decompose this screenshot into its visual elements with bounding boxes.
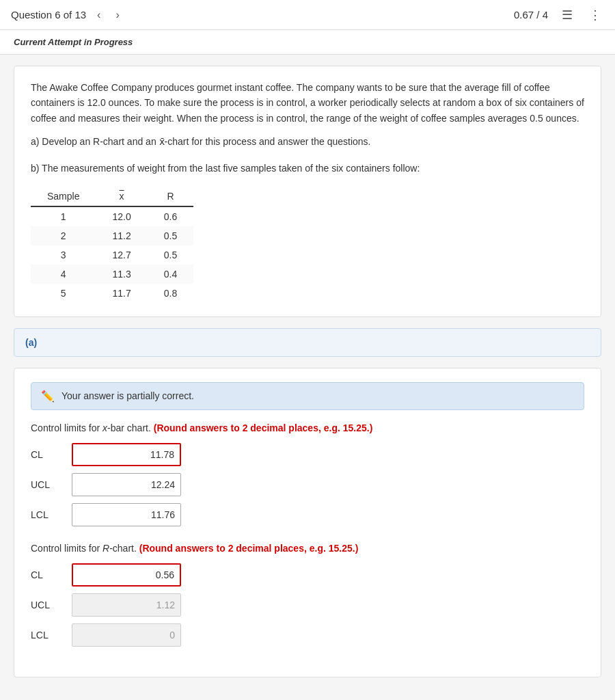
r-control-section: Control limits for R-chart. (Round answe… [31,543,584,647]
cell-sample: 1 [31,206,96,226]
cell-r: 0.4 [148,265,193,284]
input-row: LCL [31,623,584,647]
attempt-banner: Current Attempt in Progress [0,30,615,55]
partial-correct-message: Your answer is partially correct. [62,390,194,401]
input-row: LCL [31,503,584,526]
header-right: 0.67 / 4 ☰ ⋮ [514,5,604,25]
next-button[interactable]: › [111,6,123,24]
xbar-round-note: (Round answers to 2 decimal places, e.g.… [154,422,373,433]
r-ucl-input [72,593,181,617]
cell-r: 0.5 [148,245,193,265]
cell-xbar: 11.3 [96,265,147,284]
input-row: CL [31,443,584,466]
table-row: 2 11.2 0.5 [31,226,193,245]
partial-correct-banner: ✏️ Your answer is partially correct. [31,382,584,410]
r-lcl-input [72,623,181,647]
table-row: 4 11.3 0.4 [31,265,193,284]
cell-sample: 5 [31,284,96,303]
r-inputs: CLUCLLCL [31,563,584,647]
answer-section: ✏️ Your answer is partially correct. Con… [14,368,601,677]
xbar-cl-label: CL [31,449,65,460]
cell-r: 0.6 [148,206,193,226]
main-content: The Awake Coffee Company produces gourme… [0,55,615,699]
input-row: UCL [31,473,584,496]
pencil-icon: ✏️ [41,390,55,403]
part-a-label: (a) [25,337,37,348]
prev-button[interactable]: ‹ [93,6,105,24]
r-lcl-label: LCL [31,630,65,641]
header: Question 6 of 13 ‹ › 0.67 / 4 ☰ ⋮ [0,0,615,30]
xbar-lcl-input[interactable] [72,503,181,526]
input-row: UCL [31,593,584,617]
xbar-label-end: -bar chart. [107,422,154,433]
question-title: Question 6 of 13 [11,9,86,21]
cell-xbar: 12.7 [96,245,147,265]
data-table: Sample x R 1 12.0 0.6 2 11.2 0.5 3 12.7 … [31,187,193,303]
r-round-note: (Round answers to 2 decimal places, e.g.… [139,543,359,554]
xbar-ucl-label: UCL [31,479,65,490]
more-options-button[interactable]: ⋮ [586,5,604,25]
xbar-lcl-label: LCL [31,509,65,520]
xbar-label-italic: x [102,422,107,433]
score-display: 0.67 / 4 [514,9,548,21]
col-header-sample: Sample [31,187,96,206]
header-left: Question 6 of 13 ‹ › [11,6,124,24]
xbar-ucl-input[interactable] [72,473,181,496]
xbar-control-label: Control limits for x-bar chart. (Round a… [31,422,584,433]
r-control-label: Control limits for R-chart. (Round answe… [31,543,584,554]
cell-xbar: 12.0 [96,206,147,226]
r-cl-label: CL [31,569,65,580]
cell-r: 0.8 [148,284,193,303]
r-ucl-label: UCL [31,600,65,610]
instruction-a: a) Develop an R-chart and an x̄-chart fo… [31,134,584,149]
problem-box: The Awake Coffee Company produces gourme… [14,66,601,317]
cell-xbar: 11.2 [96,226,147,245]
r-label-italic: R [102,543,109,554]
table-row: 1 12.0 0.6 [31,206,193,226]
cell-sample: 4 [31,265,96,284]
table-row: 3 12.7 0.5 [31,245,193,265]
cell-xbar: 11.7 [96,284,147,303]
part-a-box: (a) [14,328,601,357]
r-label-start: Control limits for [31,543,102,554]
col-header-r: R [148,187,193,206]
xbar-cl-input[interactable] [72,443,181,466]
xbar-label-start: Control limits for [31,422,102,433]
col-header-xbar: x [96,187,147,206]
instruction-b: b) The measurements of weight from the l… [31,161,584,176]
xbar-control-section: Control limits for x-bar chart. (Round a… [31,422,584,526]
r-label-end: -chart. [109,543,139,554]
xbar-inputs: CLUCLLCL [31,443,584,526]
problem-paragraph: The Awake Coffee Company produces gourme… [31,80,584,126]
r-cl-input[interactable] [72,563,181,587]
input-row: CL [31,563,584,587]
list-icon-button[interactable]: ☰ [559,5,575,25]
cell-r: 0.5 [148,226,193,245]
cell-sample: 2 [31,226,96,245]
table-row: 5 11.7 0.8 [31,284,193,303]
cell-sample: 3 [31,245,96,265]
